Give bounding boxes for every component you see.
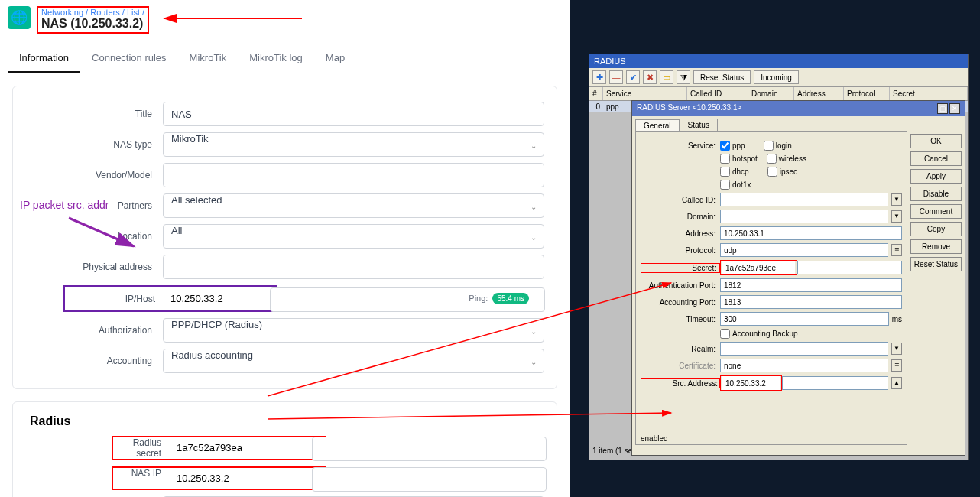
authorization-select[interactable]: PPP/DHCP (Radius) bbox=[163, 318, 544, 343]
breadcrumb[interactable]: Networking / Routers / List / bbox=[41, 8, 144, 17]
label-accounting: Accounting bbox=[25, 356, 163, 366]
label-physaddr: Physical address bbox=[25, 261, 163, 272]
iphost-value: 10.250.33.2 bbox=[166, 288, 228, 309]
dropdown-arrow-icon[interactable]: ▲ bbox=[891, 377, 902, 389]
protocol-input[interactable] bbox=[720, 243, 888, 257]
accounting-select[interactable]: Radius accounting bbox=[163, 349, 544, 373]
cb-wireless[interactable] bbox=[767, 154, 777, 164]
nas-ip-input[interactable] bbox=[312, 467, 547, 492]
label-iphost: IP/Host bbox=[67, 294, 166, 304]
tabs: Information Connection rules MikroTik Mi… bbox=[0, 44, 570, 73]
domain-input[interactable] bbox=[720, 210, 888, 223]
radius-server-dialog[interactable]: RADIUS Server <10.250.33.1> ▢✕ General S… bbox=[631, 100, 965, 456]
reset-status-button[interactable]: Reset Status bbox=[910, 257, 962, 271]
dropdown-arrow-icon[interactable]: ▼ bbox=[891, 193, 902, 206]
globe-icon: 🌐 bbox=[8, 6, 31, 29]
web-admin-panel: 🌐 Networking / Routers / List / NAS (10.… bbox=[0, 0, 570, 497]
tab-connection-rules[interactable]: Connection rules bbox=[80, 44, 178, 73]
page-title: NAS (10.250.33.2) bbox=[41, 17, 144, 31]
label-nas-ip: NAS IP bbox=[115, 468, 172, 489]
cb-acct-backup[interactable] bbox=[720, 329, 730, 339]
info-card: Title NAS typeMikroTik⌄ Vendor/Model Par… bbox=[12, 86, 557, 389]
dialog-buttons: OK Cancel Apply Disable Comment Copy Rem… bbox=[910, 131, 965, 448]
location-select[interactable]: All bbox=[163, 224, 544, 248]
header-red-highlight: Networking / Routers / List / NAS (10.25… bbox=[37, 6, 149, 34]
incoming-button[interactable]: Incoming bbox=[754, 70, 799, 84]
tab-status[interactable]: Status bbox=[680, 119, 718, 131]
apply-button[interactable]: Apply bbox=[910, 169, 962, 184]
dropdown-arrow-icon[interactable]: ∓ bbox=[891, 359, 902, 372]
label-nas-type: NAS type bbox=[25, 139, 163, 150]
label-radius-secret: Radius secret bbox=[115, 437, 172, 459]
inner-tabs: General Status bbox=[632, 116, 965, 131]
tab-mikrotik[interactable]: MikroTik bbox=[178, 44, 239, 73]
inner-form: Service: ppp login hotspot wireless dhcp… bbox=[635, 131, 907, 445]
winbox-radius-window[interactable]: RADIUS ✚ — ✔ ✖ ▭ ⧩ Reset Status Incoming… bbox=[589, 54, 969, 460]
cb-ipsec[interactable] bbox=[767, 167, 777, 177]
nas-ip-value: 10.250.33.2 bbox=[172, 468, 234, 489]
remove-button[interactable]: Remove bbox=[910, 239, 962, 254]
cb-hotspot[interactable] bbox=[720, 154, 730, 164]
minimize-icon[interactable]: ▢ bbox=[937, 103, 948, 114]
ok-button[interactable]: OK bbox=[910, 134, 962, 148]
cb-dhcp[interactable] bbox=[720, 167, 730, 177]
label-secret: Secret: bbox=[641, 263, 720, 273]
filter-icon[interactable]: ⧩ bbox=[677, 70, 690, 84]
radius-card: Radius Radius secret 1a7c52a793ea NAS IP… bbox=[12, 401, 557, 497]
label-title: Title bbox=[25, 109, 163, 119]
called-input[interactable] bbox=[720, 193, 888, 206]
radius-title: Radius bbox=[30, 414, 544, 428]
disable-button[interactable]: Disable bbox=[910, 187, 962, 201]
remove-icon[interactable]: — bbox=[609, 70, 623, 84]
dropdown-arrow-icon[interactable]: ▼ bbox=[891, 343, 902, 355]
inner-title-bar[interactable]: RADIUS Server <10.250.33.1> ▢✕ bbox=[632, 101, 965, 116]
winbox-toolbar: ✚ — ✔ ✖ ▭ ⧩ Reset Status Incoming bbox=[589, 68, 968, 87]
label-vendor: Vendor/Model bbox=[25, 170, 163, 180]
timeout-input[interactable] bbox=[720, 312, 889, 326]
comment-button[interactable]: Comment bbox=[910, 204, 962, 219]
list-header: # Service Called ID Domain Address Proto… bbox=[589, 87, 968, 101]
realm-input[interactable] bbox=[720, 342, 888, 356]
close-icon[interactable]: ✕ bbox=[949, 103, 960, 114]
ping-badge: 55.4 ms bbox=[492, 293, 529, 304]
dropdown-arrow-icon[interactable]: ∓ bbox=[891, 244, 902, 256]
reset-status-button[interactable]: Reset Status bbox=[693, 70, 751, 84]
tab-general[interactable]: General bbox=[635, 119, 680, 132]
nas-type-select[interactable]: MikroTik bbox=[163, 132, 544, 157]
authport-input[interactable] bbox=[720, 278, 902, 292]
vendor-input[interactable] bbox=[163, 163, 544, 187]
ping-label: Ping: bbox=[469, 294, 488, 303]
title-input[interactable] bbox=[163, 102, 544, 126]
tab-mikrotik-log[interactable]: MikroTik log bbox=[238, 44, 314, 73]
cb-dot1x[interactable] bbox=[720, 180, 730, 190]
dropdown-arrow-icon[interactable]: ▼ bbox=[891, 210, 902, 223]
radius-secret-input[interactable] bbox=[312, 437, 547, 461]
note-icon[interactable]: ▭ bbox=[660, 70, 673, 84]
add-icon[interactable]: ✚ bbox=[592, 70, 606, 84]
status-enabled: enabled bbox=[641, 434, 668, 443]
partners-select[interactable]: All selected bbox=[163, 193, 544, 218]
check-icon[interactable]: ✔ bbox=[626, 70, 640, 84]
cb-login[interactable] bbox=[764, 141, 774, 151]
annotation-ip-src: IP packet src. addr bbox=[20, 199, 109, 211]
physaddr-input[interactable] bbox=[163, 255, 544, 279]
x-icon[interactable]: ✖ bbox=[643, 70, 657, 84]
srcaddr-input[interactable] bbox=[722, 376, 780, 390]
label-src-address: Src. Address: bbox=[641, 378, 720, 388]
label-location: Location bbox=[25, 231, 163, 242]
winbox-title-bar[interactable]: RADIUS bbox=[589, 54, 968, 68]
address-input[interactable] bbox=[720, 226, 902, 240]
cancel-button[interactable]: Cancel bbox=[910, 151, 962, 166]
acctport-input[interactable] bbox=[720, 295, 902, 309]
cert-input[interactable] bbox=[720, 359, 888, 372]
tab-information[interactable]: Information bbox=[8, 44, 80, 73]
cb-ppp[interactable] bbox=[720, 141, 730, 151]
copy-button[interactable]: Copy bbox=[910, 222, 962, 236]
label-authorization: Authorization bbox=[25, 325, 163, 336]
tab-map[interactable]: Map bbox=[314, 44, 356, 73]
radius-secret-value: 1a7c52a793ea bbox=[172, 437, 247, 459]
secret-input[interactable] bbox=[722, 261, 795, 274]
